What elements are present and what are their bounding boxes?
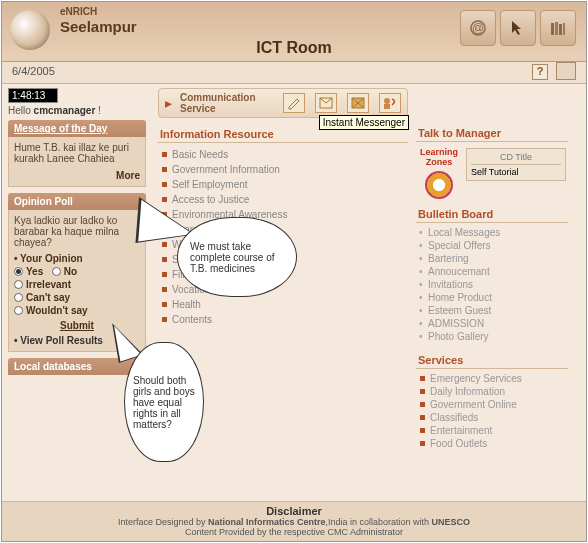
message-icon[interactable]	[347, 93, 369, 113]
motd-body: Hume T.B. kai illaz ke puri kurakh Lanee…	[8, 137, 146, 187]
poll-your-opinion: • Your Opinion	[14, 252, 140, 265]
help-button[interactable]: ?	[532, 64, 548, 80]
donut-icon	[425, 171, 453, 199]
bubble-motd-explain: We must take complete course of T.B. med…	[177, 217, 297, 297]
poll-option[interactable]: Can't say	[14, 291, 140, 304]
poll-option[interactable]: Wouldn't say	[14, 304, 140, 317]
poll-question: Kya ladkio aur ladko ko barabar ka haque…	[14, 215, 140, 248]
bulletin-item[interactable]: Esteem Guest	[418, 304, 566, 317]
disclaimer-label: Disclaimer	[266, 505, 322, 517]
service-item[interactable]: Classifieds	[418, 411, 566, 424]
info-resource-item[interactable]: Contents	[160, 312, 406, 327]
books-icon[interactable]	[540, 10, 576, 46]
bulletin-item[interactable]: Annoucemant	[418, 265, 566, 278]
svg-rect-4	[559, 24, 562, 35]
info-resource-item[interactable]: Access to Justice	[160, 192, 406, 207]
service-item[interactable]: Government Online	[418, 398, 566, 411]
cursor-icon[interactable]	[500, 10, 536, 46]
radio-icon[interactable]	[14, 267, 23, 276]
talk-manager-header[interactable]: Talk to Manager	[416, 124, 568, 142]
service-item[interactable]: Emergency Services	[418, 372, 566, 385]
service-item[interactable]: Food Outlets	[418, 437, 566, 450]
write-icon[interactable]	[283, 93, 305, 113]
motd-text: Hume T.B. kai illaz ke puri kurakh Lanee…	[14, 142, 140, 164]
services-header: Services	[416, 351, 568, 369]
radio-icon[interactable]	[14, 306, 23, 315]
info-resource-item[interactable]: Government Information	[160, 162, 406, 177]
svg-rect-3	[555, 22, 558, 35]
radio-icon[interactable]	[14, 280, 23, 289]
learning-zones-link[interactable]: Learning Zones	[418, 148, 460, 199]
svg-text:@: @	[472, 21, 484, 35]
toolbar-button[interactable]	[556, 62, 576, 80]
comm-label: Communication Service	[180, 92, 275, 114]
service-item[interactable]: Daily Information	[418, 385, 566, 398]
bulletin-item[interactable]: ADMISSION	[418, 317, 566, 330]
cd-item: Self Tutorial	[471, 167, 561, 177]
bulletin-item[interactable]: Invitations	[418, 278, 566, 291]
bulletin-item[interactable]: Local Messages	[418, 226, 566, 239]
learning-zones: Learning Zones CD Title Self Tutorial	[416, 142, 568, 205]
info-resource-item[interactable]: Basic Needs	[160, 147, 406, 162]
bubble-poll-explain: Should both girls and boys have equal ri…	[124, 342, 204, 462]
bulletin-header: Bulletin Board	[416, 205, 568, 223]
info-resource-item[interactable]: Health	[160, 297, 406, 312]
svg-rect-9	[384, 104, 390, 109]
date-label: 6/4/2005	[12, 65, 55, 77]
bullet-icon: ▸	[165, 95, 172, 111]
poll-option-row[interactable]: Yes No	[14, 265, 140, 278]
im-tooltip: Instant Messenger	[319, 115, 409, 130]
motd-header: Message of the Day	[8, 120, 146, 137]
svg-point-8	[384, 98, 390, 104]
poll-header: Opinion Poll	[8, 193, 146, 210]
service-item[interactable]: Entertainment	[418, 424, 566, 437]
info-resource-item[interactable]: Environmental Awareness	[160, 207, 406, 222]
location-label: Seelampur	[60, 18, 137, 35]
at-icon[interactable]: @	[460, 10, 496, 46]
svg-rect-5	[563, 23, 565, 35]
info-resource-item[interactable]: Self Employment	[160, 177, 406, 192]
im-icon[interactable]	[379, 93, 401, 113]
clock: 1:48:13	[8, 88, 58, 103]
header: eNRICH Seelampur ICT Room @	[2, 2, 586, 62]
cd-box[interactable]: CD Title Self Tutorial	[466, 148, 566, 181]
bulletin-item[interactable]: Special Offers	[418, 239, 566, 252]
radio-icon[interactable]	[52, 267, 61, 276]
motd-more-link[interactable]: More	[14, 170, 140, 181]
svg-rect-2	[551, 23, 554, 35]
date-bar: 6/4/2005 ?	[2, 62, 586, 84]
greeting: Hello cmcmanager !	[8, 105, 146, 116]
brand-label: eNRICH	[60, 6, 97, 17]
bulletin-item[interactable]: Bartering	[418, 252, 566, 265]
mail-icon[interactable]	[315, 93, 337, 113]
cd-title-label: CD Title	[471, 152, 561, 165]
footer: Disclaimer Interface Designed by Nationa…	[2, 501, 586, 541]
comm-service-bar: ▸ Communication Service Instant Messenge…	[158, 88, 408, 118]
poll-option[interactable]: Irrelevant	[14, 278, 140, 291]
bulletin-item[interactable]: Home Product	[418, 291, 566, 304]
radio-icon[interactable]	[14, 293, 23, 302]
bulletin-item[interactable]: Photo Gallery	[418, 330, 566, 343]
